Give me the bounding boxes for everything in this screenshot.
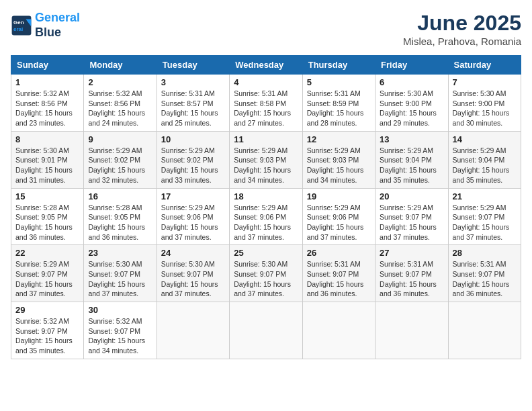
day-number: 29 [15, 305, 79, 315]
table-row: 17Sunrise: 5:29 AMSunset: 9:06 PMDayligh… [157, 188, 229, 245]
day-info: Sunrise: 5:29 AMSunset: 9:03 PMDaylight:… [234, 146, 298, 185]
col-sunday: Sunday [11, 56, 84, 75]
col-monday: Monday [84, 56, 157, 75]
day-info: Sunrise: 5:28 AMSunset: 9:05 PMDaylight:… [88, 203, 152, 242]
logo-text: GeneralBlue [35, 11, 80, 40]
col-friday: Friday [375, 56, 448, 75]
table-row: 9Sunrise: 5:29 AMSunset: 9:02 PMDaylight… [84, 131, 157, 188]
day-info: Sunrise: 5:30 AMSunset: 9:01 PMDaylight:… [15, 146, 79, 185]
day-number: 30 [88, 305, 152, 315]
table-row: 21Sunrise: 5:29 AMSunset: 9:07 PMDayligh… [448, 188, 521, 245]
table-row: 22Sunrise: 5:29 AMSunset: 9:07 PMDayligh… [11, 245, 84, 302]
table-row [230, 302, 302, 359]
day-info: Sunrise: 5:28 AMSunset: 9:05 PMDaylight:… [15, 203, 79, 242]
logo: Gen eral GeneralBlue [11, 11, 80, 40]
day-info: Sunrise: 5:29 AMSunset: 9:07 PMDaylight:… [380, 203, 443, 242]
day-number: 5 [307, 77, 371, 87]
day-number: 8 [15, 134, 79, 144]
day-number: 9 [88, 134, 152, 144]
table-row: 2Sunrise: 5:32 AMSunset: 8:56 PMDaylight… [84, 75, 157, 132]
col-wednesday: Wednesday [230, 56, 302, 75]
calendar-table: Sunday Monday Tuesday Wednesday Thursday… [11, 55, 521, 359]
table-row: 5Sunrise: 5:31 AMSunset: 8:59 PMDaylight… [302, 75, 375, 132]
day-number: 18 [234, 191, 298, 201]
day-info: Sunrise: 5:29 AMSunset: 9:06 PMDaylight:… [161, 203, 225, 242]
day-info: Sunrise: 5:31 AMSunset: 8:58 PMDaylight:… [234, 89, 298, 128]
day-number: 4 [234, 77, 298, 87]
col-tuesday: Tuesday [157, 56, 229, 75]
table-row: 29Sunrise: 5:32 AMSunset: 9:07 PMDayligh… [11, 302, 84, 359]
calendar-header-row: Sunday Monday Tuesday Wednesday Thursday… [11, 56, 521, 75]
table-row: 18Sunrise: 5:29 AMSunset: 9:06 PMDayligh… [230, 188, 302, 245]
table-row: 11Sunrise: 5:29 AMSunset: 9:03 PMDayligh… [230, 131, 302, 188]
page-header: Gen eral GeneralBlue June 2025 Mislea, P… [11, 11, 521, 47]
day-info: Sunrise: 5:32 AMSunset: 8:56 PMDaylight:… [15, 89, 79, 128]
day-info: Sunrise: 5:32 AMSunset: 9:07 PMDaylight:… [88, 316, 152, 356]
day-number: 3 [161, 77, 225, 87]
table-row: 26Sunrise: 5:31 AMSunset: 9:07 PMDayligh… [302, 245, 375, 302]
table-row: 13Sunrise: 5:29 AMSunset: 9:04 PMDayligh… [375, 131, 448, 188]
day-info: Sunrise: 5:29 AMSunset: 9:07 PMDaylight:… [453, 203, 517, 242]
location: Mislea, Prahova, Romania [403, 36, 521, 47]
day-number: 19 [307, 191, 371, 201]
table-row: 3Sunrise: 5:31 AMSunset: 8:57 PMDaylight… [157, 75, 229, 132]
day-number: 24 [161, 248, 225, 258]
day-number: 10 [161, 134, 225, 144]
day-info: Sunrise: 5:31 AMSunset: 9:07 PMDaylight:… [453, 259, 517, 299]
day-number: 25 [234, 248, 298, 258]
day-info: Sunrise: 5:29 AMSunset: 9:03 PMDaylight:… [307, 146, 371, 185]
table-row [448, 302, 521, 359]
title-area: June 2025 Mislea, Prahova, Romania [403, 11, 521, 47]
month-title: June 2025 [403, 11, 521, 36]
day-info: Sunrise: 5:32 AMSunset: 8:56 PMDaylight:… [88, 89, 152, 128]
day-number: 23 [88, 248, 152, 258]
table-row: 25Sunrise: 5:30 AMSunset: 9:07 PMDayligh… [230, 245, 302, 302]
table-row: 24Sunrise: 5:30 AMSunset: 9:07 PMDayligh… [157, 245, 229, 302]
day-number: 20 [380, 191, 443, 201]
day-info: Sunrise: 5:30 AMSunset: 9:07 PMDaylight:… [88, 259, 152, 299]
day-info: Sunrise: 5:30 AMSunset: 9:00 PMDaylight:… [453, 89, 517, 128]
table-row: 16Sunrise: 5:28 AMSunset: 9:05 PMDayligh… [84, 188, 157, 245]
day-number: 7 [453, 77, 517, 87]
day-info: Sunrise: 5:29 AMSunset: 9:02 PMDaylight:… [161, 146, 225, 185]
day-info: Sunrise: 5:29 AMSunset: 9:06 PMDaylight:… [307, 203, 371, 242]
table-row: 20Sunrise: 5:29 AMSunset: 9:07 PMDayligh… [375, 188, 448, 245]
day-number: 17 [161, 191, 225, 201]
day-number: 28 [453, 248, 517, 258]
day-info: Sunrise: 5:29 AMSunset: 9:07 PMDaylight:… [15, 259, 79, 299]
svg-text:eral: eral [13, 26, 23, 32]
day-number: 11 [234, 134, 298, 144]
day-number: 21 [453, 191, 517, 201]
day-info: Sunrise: 5:31 AMSunset: 9:07 PMDaylight:… [307, 259, 371, 299]
table-row: 4Sunrise: 5:31 AMSunset: 8:58 PMDaylight… [230, 75, 302, 132]
table-row: 23Sunrise: 5:30 AMSunset: 9:07 PMDayligh… [84, 245, 157, 302]
day-info: Sunrise: 5:31 AMSunset: 9:07 PMDaylight:… [380, 259, 443, 299]
day-info: Sunrise: 5:30 AMSunset: 9:07 PMDaylight:… [161, 259, 225, 299]
col-saturday: Saturday [448, 56, 521, 75]
day-number: 13 [380, 134, 443, 144]
table-row: 12Sunrise: 5:29 AMSunset: 9:03 PMDayligh… [302, 131, 375, 188]
day-info: Sunrise: 5:29 AMSunset: 9:04 PMDaylight:… [453, 146, 517, 185]
table-row: 19Sunrise: 5:29 AMSunset: 9:06 PMDayligh… [302, 188, 375, 245]
table-row [302, 302, 375, 359]
table-row: 30Sunrise: 5:32 AMSunset: 9:07 PMDayligh… [84, 302, 157, 359]
col-thursday: Thursday [302, 56, 375, 75]
day-number: 26 [307, 248, 371, 258]
table-row: 27Sunrise: 5:31 AMSunset: 9:07 PMDayligh… [375, 245, 448, 302]
day-info: Sunrise: 5:31 AMSunset: 8:59 PMDaylight:… [307, 89, 371, 128]
logo-icon: Gen eral [11, 15, 32, 36]
day-info: Sunrise: 5:29 AMSunset: 9:06 PMDaylight:… [234, 203, 298, 242]
day-info: Sunrise: 5:29 AMSunset: 9:04 PMDaylight:… [380, 146, 443, 185]
table-row: 7Sunrise: 5:30 AMSunset: 9:00 PMDaylight… [448, 75, 521, 132]
day-number: 14 [453, 134, 517, 144]
day-info: Sunrise: 5:29 AMSunset: 9:02 PMDaylight:… [88, 146, 152, 185]
day-number: 22 [15, 248, 79, 258]
table-row: 6Sunrise: 5:30 AMSunset: 9:00 PMDaylight… [375, 75, 448, 132]
day-info: Sunrise: 5:30 AMSunset: 9:00 PMDaylight:… [380, 89, 443, 128]
day-number: 2 [88, 77, 152, 87]
table-row: 14Sunrise: 5:29 AMSunset: 9:04 PMDayligh… [448, 131, 521, 188]
table-row: 10Sunrise: 5:29 AMSunset: 9:02 PMDayligh… [157, 131, 229, 188]
table-row: 28Sunrise: 5:31 AMSunset: 9:07 PMDayligh… [448, 245, 521, 302]
day-info: Sunrise: 5:30 AMSunset: 9:07 PMDaylight:… [234, 259, 298, 299]
day-number: 27 [380, 248, 443, 258]
